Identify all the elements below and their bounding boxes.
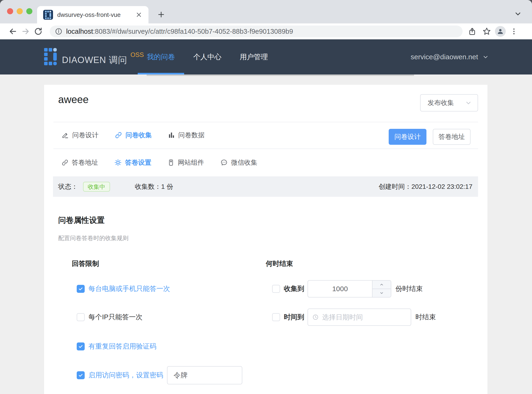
new-tab-button[interactable] xyxy=(154,7,169,22)
clock-icon xyxy=(312,314,319,321)
tab-survey-data[interactable]: 问卷数据 xyxy=(168,131,205,140)
checkbox-ip-limit-label[interactable]: 每个IP只能答一次 xyxy=(88,312,142,322)
nav-item-personal-center[interactable]: 个人中心 xyxy=(184,39,231,74)
chevron-down-icon xyxy=(482,54,489,60)
checkbox-password-label[interactable]: 启用访问密码，设置密码 xyxy=(88,371,163,380)
tab-label: 微信收集 xyxy=(231,158,257,167)
password-input[interactable] xyxy=(174,371,236,379)
diaowen-logo-icon xyxy=(44,48,57,65)
pencil-icon xyxy=(61,131,69,139)
site-info-icon[interactable] xyxy=(55,28,62,35)
checkbox-device-limit-label[interactable]: 每台电脑或手机只能答一次 xyxy=(88,284,170,294)
end-by-time-row: 时间到 时结束 xyxy=(272,308,436,326)
bookmark-star-button[interactable] xyxy=(480,25,493,38)
tab-close-icon[interactable] xyxy=(135,11,142,18)
publish-collect-select[interactable]: 发布收集 xyxy=(420,94,478,112)
profile-avatar[interactable] xyxy=(495,26,506,37)
main-menu: 我的问卷 个人中心 用户管理 xyxy=(138,39,277,74)
end-by-count-suffix: 份时结束 xyxy=(395,284,423,294)
tab-survey-design[interactable]: 问卷设计 xyxy=(61,131,99,140)
widget-tag-icon xyxy=(167,159,175,166)
count-number-input xyxy=(308,280,391,297)
password-input-wrap xyxy=(167,366,242,384)
url-text: localhost:8083/#/dw/survey/c/attr/c98fa1… xyxy=(66,28,293,35)
checkbox-password[interactable] xyxy=(77,371,85,379)
tab-label: 问卷数据 xyxy=(178,131,205,140)
account-email: service@diaowen.net xyxy=(411,53,478,61)
section-title: 问卷属性设置 xyxy=(58,215,105,226)
site-favicon-icon xyxy=(43,10,53,20)
link-icon xyxy=(61,159,69,166)
subtab-site-widget[interactable]: 网站组件 xyxy=(167,158,204,167)
back-button[interactable] xyxy=(7,25,19,38)
gear-icon xyxy=(114,159,122,166)
app-logo[interactable]: DIAOWEN 调问 OSS xyxy=(44,48,144,66)
end-by-count-prefix: 收集到 xyxy=(284,284,304,294)
publish-select-value: 发布收集 xyxy=(428,98,454,107)
secondary-tabs: 答卷地址 答卷设置 网站组件 微信收集 xyxy=(61,149,257,176)
end-by-time-prefix: 时间到 xyxy=(284,312,304,322)
tab-title: dwsurvey-oss-front-vue xyxy=(57,11,135,19)
status-bar: 状态： 收集中 收集数： 1 份 创建时间： 2021-12-02 23:02:… xyxy=(53,176,478,197)
device-limit-row: 每台电脑或手机只能答一次 xyxy=(77,280,170,298)
status-label: 状态： xyxy=(58,182,78,191)
end-by-count-row: 收集到 份时结束 xyxy=(272,280,423,298)
traffic-light-minimize-button[interactable] xyxy=(17,8,23,14)
traffic-light-maximize-button[interactable] xyxy=(26,8,32,14)
survey-design-button[interactable]: 问卷设计 xyxy=(389,129,426,145)
menu-shadow xyxy=(147,74,414,76)
checkbox-device-limit[interactable] xyxy=(77,285,85,293)
tab-label: 网站组件 xyxy=(178,158,204,167)
date-picker-input[interactable] xyxy=(308,309,411,326)
url-host: localhost xyxy=(66,28,93,35)
tab-strip-chevron-icon[interactable] xyxy=(511,7,525,21)
nav-item-label: 个人中心 xyxy=(193,52,221,62)
reload-button[interactable] xyxy=(32,25,45,38)
url-path: :8083/#/dw/survey/c/attr/c98fa140-50b7-4… xyxy=(93,28,293,35)
count-stepper xyxy=(372,281,391,297)
checkbox-captcha-label[interactable]: 有重复回答启用验证码 xyxy=(88,342,156,351)
browser-menu-button[interactable] xyxy=(508,25,520,38)
account-menu[interactable]: service@diaowen.net xyxy=(411,39,489,74)
primary-tabs: 问卷设计 问卷收集 问卷数据 xyxy=(61,122,205,149)
stepper-up-button[interactable] xyxy=(372,281,391,289)
group-title-end-condition: 何时结束 xyxy=(266,259,293,269)
chevron-down-icon xyxy=(465,99,472,106)
section-description: 配置问卷答卷时的收集规则 xyxy=(58,234,128,242)
link-icon xyxy=(115,131,122,139)
nav-item-label: 我的问卷 xyxy=(147,52,175,62)
date-input[interactable] xyxy=(322,313,399,321)
subtab-answer-settings[interactable]: 答卷设置 xyxy=(114,158,151,167)
status-badge: 收集中 xyxy=(83,182,110,192)
checkbox-end-by-time[interactable] xyxy=(272,313,280,321)
captcha-row: 有重复回答启用验证码 xyxy=(77,337,156,356)
tab-survey-collect[interactable]: 问卷收集 xyxy=(115,131,152,140)
traffic-light-close-button[interactable] xyxy=(7,8,13,14)
tab-label: 答卷设置 xyxy=(125,158,151,167)
bar-chart-icon xyxy=(168,132,175,139)
share-button[interactable] xyxy=(466,25,479,38)
stepper-down-button[interactable] xyxy=(372,289,391,297)
checkbox-ip-limit[interactable] xyxy=(77,313,85,321)
count-input[interactable] xyxy=(308,281,372,297)
answer-url-button[interactable]: 答卷地址 xyxy=(433,129,471,145)
password-row: 启用访问密码，设置密码 xyxy=(77,366,242,384)
nav-item-my-surveys[interactable]: 我的问卷 xyxy=(138,39,184,74)
nav-item-label: 用户管理 xyxy=(240,52,268,62)
tab-label: 问卷设计 xyxy=(72,131,99,140)
button-label: 答卷地址 xyxy=(439,132,465,141)
checkbox-captcha[interactable] xyxy=(77,342,85,350)
subtab-answer-url[interactable]: 答卷地址 xyxy=(61,158,98,167)
created-time-label: 创建时间： xyxy=(379,182,411,191)
nav-item-user-management[interactable]: 用户管理 xyxy=(231,39,277,74)
tab-label: 答卷地址 xyxy=(72,158,98,167)
url-bar[interactable]: localhost:8083/#/dw/survey/c/attr/c98fa1… xyxy=(50,26,463,37)
forward-button[interactable] xyxy=(19,25,32,38)
created-time-value: 2021-12-02 23:02:17 xyxy=(411,183,472,190)
browser-tab[interactable]: dwsurvey-oss-front-vue xyxy=(37,6,149,23)
tab-label: 问卷收集 xyxy=(126,131,152,140)
subtab-wechat-collect[interactable]: 微信收集 xyxy=(220,158,257,167)
button-label: 问卷设计 xyxy=(394,132,421,141)
collect-count-value: 1 份 xyxy=(161,182,173,191)
checkbox-end-by-count[interactable] xyxy=(272,285,280,293)
